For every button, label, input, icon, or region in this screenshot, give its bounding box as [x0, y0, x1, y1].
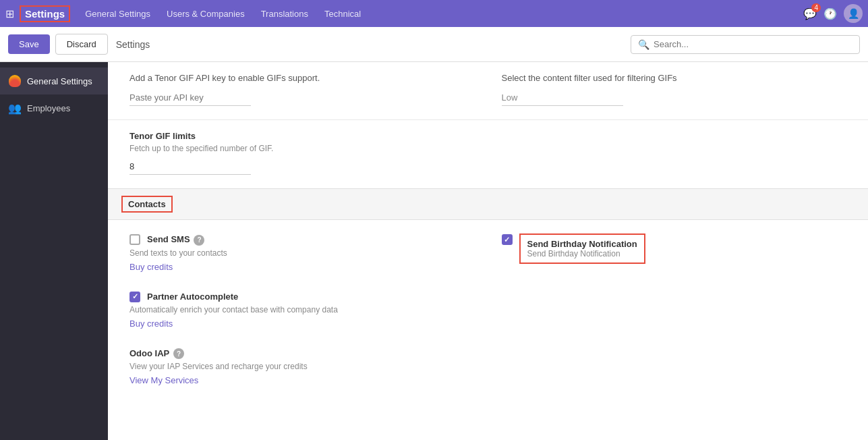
contacts-section-header: Contacts: [108, 188, 868, 220]
partner-desc: Automatically enrich your contact base w…: [129, 305, 475, 314]
people-icon: 👥: [8, 101, 22, 115]
user-avatar[interactable]: 👤: [844, 4, 863, 23]
contacts-right-col: ✓ Send Birthday Notification Send Birthd…: [502, 233, 847, 404]
save-button[interactable]: Save: [8, 34, 50, 54]
api-key-input[interactable]: [129, 90, 251, 106]
nav-general-settings[interactable]: General Settings: [78, 5, 157, 23]
nav-right: 💬 4 🕐 👤: [803, 4, 863, 23]
birthday-setting: ✓ Send Birthday Notification Send Birthd…: [502, 233, 847, 264]
sidebar-general-settings-label: General Settings: [27, 76, 92, 86]
tenor-limits-section: Tenor GIF limits Fetch up to the specifi…: [108, 120, 868, 188]
contacts-settings: Send SMS ? Send texts to your contacts B…: [108, 220, 868, 418]
partner-setting: ✓ Partner Autocomplete Automatically enr…: [129, 291, 475, 329]
sms-desc: Send texts to your contacts: [129, 248, 475, 258]
sidebar-item-employees[interactable]: 👥 Employees: [0, 94, 108, 121]
birthday-check-row: ✓ Send Birthday Notification Send Birthd…: [502, 233, 847, 264]
main-layout: General Settings 👥 Employees Add a Tenor…: [0, 62, 868, 440]
tenor-limits-input[interactable]: [129, 159, 251, 175]
tenor-limits-title: Tenor GIF limits: [129, 131, 846, 141]
nav-items: General Settings Users & Companies Trans…: [78, 5, 803, 23]
sms-buy-credits-link[interactable]: Buy credits: [129, 262, 173, 272]
top-navigation: ⊞ Settings General Settings Users & Comp…: [0, 0, 868, 27]
brand-label[interactable]: Settings: [20, 5, 70, 22]
gif-left-col: Add a Tenor GIF API key to enable GIFs s…: [129, 73, 475, 106]
content-area: Add a Tenor GIF API key to enable GIFs s…: [108, 62, 868, 440]
discard-button[interactable]: Discard: [55, 34, 108, 55]
iap-setting: Odoo IAP ? View your IAP Services and re…: [129, 348, 475, 386]
gif-right-col: Select the content filter used for filte…: [502, 73, 847, 106]
sidebar-item-general-settings[interactable]: General Settings: [0, 67, 108, 94]
gif-section: Add a Tenor GIF API key to enable GIFs s…: [108, 62, 868, 120]
clock-icon[interactable]: 🕐: [823, 7, 837, 20]
sms-help-icon[interactable]: ?: [194, 235, 204, 246]
gif-filter-desc: Select the content filter used for filte…: [502, 73, 847, 83]
search-icon: 🔍: [638, 39, 649, 50]
notification-badge: 4: [811, 3, 821, 12]
iap-desc: View your IAP Services and recharge your…: [129, 362, 475, 371]
sms-label: Send SMS: [147, 234, 190, 244]
birthday-checkbox[interactable]: ✓: [502, 234, 513, 245]
nav-users-companies[interactable]: Users & Companies: [160, 5, 252, 23]
partner-checkbox[interactable]: ✓: [129, 292, 140, 302]
gif-api-desc: Add a Tenor GIF API key to enable GIFs s…: [129, 73, 475, 83]
nav-translations[interactable]: Translations: [254, 5, 315, 23]
action-bar: Save Discard Settings 🔍: [0, 27, 868, 62]
iap-row: Odoo IAP ?: [129, 348, 475, 360]
gif-filter-input[interactable]: [502, 90, 623, 106]
partner-label-group: Partner Autocomplete: [147, 291, 238, 302]
birthday-notification-box: Send Birthday Notification Send Birthday…: [519, 233, 645, 264]
search-box: 🔍: [631, 35, 860, 54]
chat-icon[interactable]: 💬 4: [803, 7, 817, 20]
birthday-subtitle: Send Birthday Notification: [527, 249, 637, 258]
sms-setting: Send SMS ? Send texts to your contacts B…: [129, 233, 475, 272]
contacts-left-col: Send SMS ? Send texts to your contacts B…: [129, 233, 475, 404]
birthday-check-mark: ✓: [504, 236, 510, 244]
partner-buy-credits-link[interactable]: Buy credits: [129, 319, 173, 329]
search-input[interactable]: [654, 39, 852, 49]
iap-label: Odoo IAP: [129, 348, 169, 358]
partner-row: ✓ Partner Autocomplete: [129, 291, 475, 302]
sms-label-group: Send SMS ?: [147, 233, 204, 246]
grid-icon[interactable]: ⊞: [5, 7, 14, 20]
flame-icon: [8, 74, 22, 88]
sidebar-employees-label: Employees: [27, 103, 70, 113]
partner-check-mark: ✓: [132, 292, 138, 301]
birthday-title: Send Birthday Notification: [527, 239, 637, 249]
sms-row: Send SMS ?: [129, 233, 475, 246]
partner-label: Partner Autocomplete: [147, 292, 238, 302]
settings-content: Add a Tenor GIF API key to enable GIFs s…: [108, 62, 868, 418]
tenor-limits-desc: Fetch up to the specified number of GIF.: [129, 144, 846, 153]
sidebar: General Settings 👥 Employees: [0, 62, 108, 440]
iap-label-group: Odoo IAP ?: [129, 348, 184, 360]
iap-help-icon[interactable]: ?: [173, 348, 184, 359]
sms-checkbox[interactable]: [129, 234, 140, 245]
nav-technical[interactable]: Technical: [318, 5, 368, 23]
page-title: Settings: [116, 39, 150, 50]
contacts-section-title: Contacts: [121, 196, 173, 213]
iap-view-services-link[interactable]: View My Services: [129, 375, 198, 385]
